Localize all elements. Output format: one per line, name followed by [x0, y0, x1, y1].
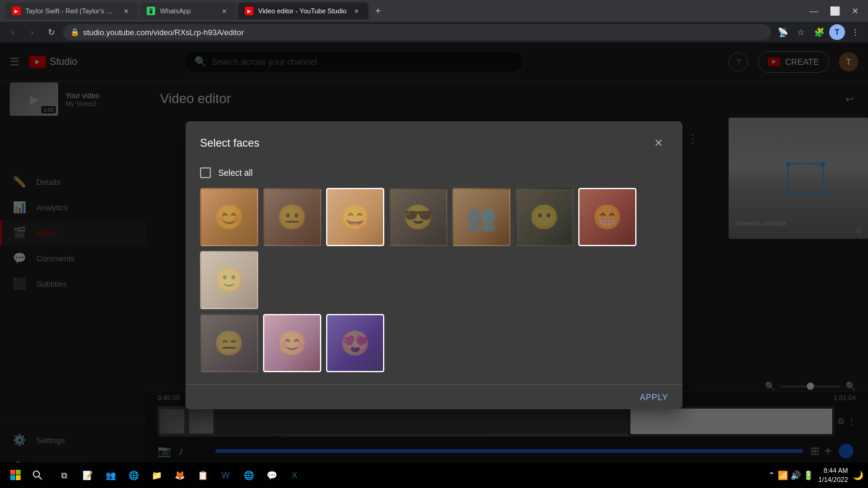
modal-footer: APPLY [185, 384, 683, 409]
taskbar-app-skype[interactable]: 💬 [261, 464, 282, 486]
modal-header: Select faces ✕ [185, 121, 683, 162]
face-item-2[interactable]: 😐 [263, 188, 321, 246]
new-tab-button[interactable]: + [370, 2, 387, 19]
battery-icon[interactable]: 🔋 [803, 470, 813, 480]
browser-tabs: ▶ Taylor Swift - Red (Taylor's Versio...… [0, 0, 868, 22]
toolbar-icons: 📡 ☆ 🧩 T ⋮ [775, 24, 863, 40]
taskbar-app-notes[interactable]: 📝 [76, 464, 98, 486]
face-9-visual: 😑 [201, 315, 257, 371]
taskbar-app-teams[interactable]: 👥 [99, 464, 121, 486]
face-4-visual: 😎 [390, 189, 446, 245]
browser-tab-2[interactable]: 📱 WhatsApp ✕ [139, 2, 236, 19]
taskbar-search-icon [33, 470, 42, 480]
svg-point-4 [33, 471, 39, 477]
tab-close-3[interactable]: ✕ [352, 6, 361, 16]
select-all-checkbox[interactable] [200, 167, 211, 178]
face-item-9[interactable]: 😑 [200, 314, 258, 372]
taskbar-search-button[interactable] [27, 464, 48, 486]
faces-grid-row2: 😑 😊 😍 [200, 314, 668, 372]
face-11-visual: 😍 [327, 315, 383, 371]
svg-rect-1 [16, 470, 21, 475]
face-1-visual: 😊 [201, 189, 257, 245]
face-10-visual: 😊 [264, 315, 320, 371]
minimize-button[interactable]: — [806, 3, 822, 19]
face-item-1[interactable]: 😊 [200, 188, 258, 246]
address-bar[interactable]: 🔒 studio.youtube.com/video/RXsLrp-h93A/e… [63, 24, 771, 40]
face-3-visual: 😄 [327, 189, 383, 245]
face-6-visual: 😶 [516, 189, 572, 245]
tab-favicon-3: ▶ [245, 7, 253, 15]
tab-close-1[interactable]: ✕ [121, 6, 131, 16]
volume-icon[interactable]: 🔊 [790, 470, 801, 480]
face-2-visual: 😐 [264, 189, 320, 245]
forward-button[interactable]: › [24, 24, 40, 40]
browser-chrome: ▶ Taylor Swift - Red (Taylor's Versio...… [0, 0, 868, 42]
select-all-row: Select all [200, 167, 668, 178]
svg-rect-0 [10, 470, 15, 475]
taskbar-apps: ⧉ 📝 👥 🌐 📁 🦊 📋 W 🌐 💬 X [53, 464, 305, 486]
faces-grid: 😊 😐 😄 😎 👥 [200, 188, 668, 309]
face-item-8[interactable]: 🙂 [200, 251, 258, 309]
browser-profile[interactable]: T [829, 24, 845, 40]
tab-title-3: Video editor - YouTube Studio [258, 7, 347, 15]
clock[interactable]: 8:44 AM 1/14/2022 [818, 466, 848, 485]
browser-tab-1[interactable]: ▶ Taylor Swift - Red (Taylor's Versio...… [5, 2, 138, 19]
tab-favicon-2: 📱 [147, 7, 155, 15]
modal-close-button[interactable]: ✕ [649, 133, 668, 153]
start-button[interactable] [5, 464, 27, 486]
face-8-visual: 🙂 [201, 252, 257, 308]
face-item-10[interactable]: 😊 [263, 314, 321, 372]
modal-backdrop[interactable]: Select faces ✕ Select all 😊 😐 [0, 42, 868, 488]
cast-icon[interactable]: 📡 [775, 24, 790, 40]
tab-favicon-1: ▶ [12, 7, 21, 15]
svg-rect-2 [10, 475, 15, 480]
apply-button[interactable]: APPLY [639, 392, 668, 402]
face-item-3[interactable]: 😄 [326, 188, 384, 246]
svg-rect-3 [16, 475, 21, 480]
taskbar-app-excel[interactable]: X [284, 464, 305, 486]
url-text: studio.youtube.com/video/RXsLrp-h93A/edi… [83, 28, 244, 37]
taskbar-app-files[interactable]: 📁 [145, 464, 167, 486]
select-faces-modal: Select faces ✕ Select all 😊 😐 [185, 121, 683, 409]
taskbar-app-word[interactable]: W [215, 464, 236, 486]
back-button[interactable]: ‹ [5, 24, 21, 40]
clock-time: 8:44 AM [818, 466, 848, 475]
face-item-5[interactable]: 👥 [452, 188, 510, 246]
tab-close-2[interactable]: ✕ [219, 6, 229, 16]
tray-icons: ⌃ 📶 🔊 🔋 [768, 470, 813, 480]
face-item-7[interactable]: 😁 [578, 188, 636, 246]
taskbar-app-1[interactable]: ⧉ [53, 464, 75, 486]
taskbar-app-firefox[interactable]: 🦊 [169, 464, 190, 486]
network-icon[interactable]: 📶 [778, 470, 788, 480]
menu-icon[interactable]: ⋮ [847, 24, 863, 40]
tab-title-2: WhatsApp [160, 7, 215, 15]
refresh-button[interactable]: ↻ [44, 24, 59, 40]
modal-body: Select all 😊 😐 😄 😎 [185, 162, 683, 384]
browser-tab-3[interactable]: ▶ Video editor - YouTube Studio ✕ [238, 2, 369, 19]
notification-icon[interactable]: 🌙 [853, 470, 863, 480]
taskbar-right: ⌃ 📶 🔊 🔋 8:44 AM 1/14/2022 🌙 [768, 466, 863, 485]
bookmark-icon[interactable]: ☆ [793, 24, 809, 40]
taskbar-app-chrome[interactable]: 🌐 [122, 464, 144, 486]
browser-toolbar: ‹ › ↻ 🔒 studio.youtube.com/video/RXsLrp-… [0, 22, 868, 42]
close-button[interactable]: ✕ [847, 3, 863, 19]
face-7-visual: 😁 [579, 189, 635, 245]
clock-date: 1/14/2022 [818, 475, 848, 484]
modal-title: Select faces [200, 137, 259, 150]
extensions-icon[interactable]: 🧩 [811, 24, 827, 40]
face-item-4[interactable]: 😎 [389, 188, 447, 246]
face-item-11[interactable]: 😍 [326, 314, 384, 372]
face-item-6[interactable]: 😶 [515, 188, 573, 246]
tab-title-1: Taylor Swift - Red (Taylor's Versio... [25, 7, 116, 15]
taskbar-app-chrome2[interactable]: 🌐 [238, 464, 259, 486]
windows-logo-icon [10, 470, 21, 481]
taskbar: ⧉ 📝 👥 🌐 📁 🦊 📋 W 🌐 💬 X [0, 463, 868, 488]
up-arrow-icon[interactable]: ⌃ [768, 470, 775, 480]
face-5-visual: 👥 [453, 189, 509, 245]
maximize-button[interactable]: ⬜ [827, 3, 843, 19]
taskbar-app-5[interactable]: 📋 [192, 464, 213, 486]
select-all-label[interactable]: Select all [218, 168, 253, 178]
svg-line-5 [39, 476, 42, 480]
